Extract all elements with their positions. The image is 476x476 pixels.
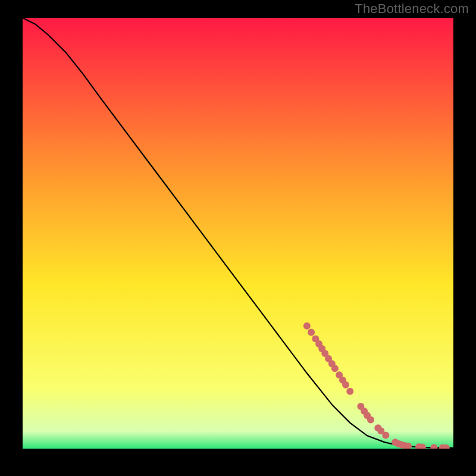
- data-marker: [308, 329, 315, 336]
- data-marker: [346, 388, 353, 395]
- chart-svg: [23, 18, 453, 449]
- data-marker: [303, 322, 311, 330]
- watermark-text: TheBottleneck.com: [355, 1, 469, 17]
- chart-frame: TheBottleneck.com: [0, 0, 476, 476]
- gradient-background: [23, 18, 453, 449]
- data-marker: [382, 432, 389, 439]
- data-marker: [331, 365, 339, 372]
- data-marker: [367, 416, 374, 423]
- plot-area: [23, 18, 453, 449]
- data-marker: [342, 381, 349, 389]
